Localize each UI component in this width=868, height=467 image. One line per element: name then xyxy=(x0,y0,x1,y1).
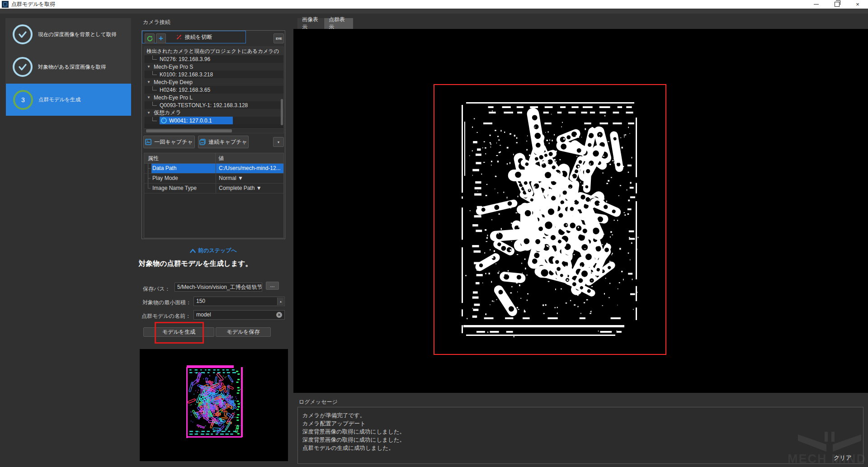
spinner-up-button[interactable]: ▲ xyxy=(278,297,284,306)
save-path-label: 保存パス： xyxy=(143,285,170,293)
log-line: カメラが準備完了です。 xyxy=(302,411,859,420)
property-row-play-mode[interactable]: Play Mode Normal ▼ xyxy=(144,174,283,184)
property-name: Data Path xyxy=(151,164,216,173)
save-model-button[interactable]: モデルを保存 xyxy=(216,327,271,337)
tree-elbow xyxy=(152,102,157,106)
property-value-dropdown[interactable]: Normal ▼ xyxy=(216,174,283,183)
property-name: Play Mode xyxy=(151,174,216,183)
camera-item-h0246[interactable]: H0246: 192.168.3.65 xyxy=(144,86,283,94)
pointcloud-preview-canvas xyxy=(140,349,288,461)
camera-item-w0041-selected[interactable]: W0041: 127.0.0.1 xyxy=(144,117,283,124)
camera-group-deep[interactable]: ▼ Mech-Eye Deep xyxy=(144,78,283,86)
camera-item-label: H0246: 192.168.3.65 xyxy=(160,87,210,93)
property-row-data-path[interactable]: Data Path C:/Users/mech-mind-12... xyxy=(144,164,283,174)
capture-continuous-button[interactable]: 連続キャプチャ xyxy=(198,136,249,148)
log-messages-box[interactable]: カメラが準備完了です。 カメラ配置アップデート 深度背景画像の取得に成功にしまし… xyxy=(297,407,863,464)
refresh-button[interactable] xyxy=(145,33,155,43)
capture-once-button[interactable]: 一回キャプチャ xyxy=(143,136,195,148)
tab-image-view[interactable]: 画像表示 xyxy=(297,18,324,29)
step-2-done-icon xyxy=(13,57,33,77)
camera-connection-panel: + 接続を切断 EYE 検出されたカメラと現在のプロジェクトにあるカメラの N0… xyxy=(142,30,285,239)
eye-label: EYE xyxy=(276,37,282,41)
model-name-label: 点群モデルの名前： xyxy=(142,312,191,320)
broken-link-icon xyxy=(176,34,182,40)
camera-group-pro-l[interactable]: ▼ Mech-Eye Pro L xyxy=(144,94,283,101)
camera-tree[interactable]: 検出されたカメラと現在のプロジェクトにあるカメラの N0276: 192.168… xyxy=(144,47,284,133)
camera-property-table: 属性 値 Data Path C:/Users/mech-mind-12... … xyxy=(144,153,284,238)
tree-horizontal-scrollbar[interactable] xyxy=(144,128,283,133)
property-row-image-name-type[interactable]: Image Name Type Complete Path ▼ xyxy=(144,184,283,193)
capture-once-label: 一回キャプチャ xyxy=(154,138,193,146)
capture-options-dropdown[interactable]: ▼ xyxy=(273,137,284,147)
camera-tree-header: 検出されたカメラと現在のプロジェクトにあるカメラの xyxy=(144,47,283,55)
expander-icon[interactable]: ▼ xyxy=(147,80,151,84)
step-sidebar: 現在の深度画像を背景として取得 対象物がある深度画像を取得 xyxy=(5,18,131,84)
generate-model-button[interactable]: モデルを生成 xyxy=(143,327,214,337)
camera-group-virtual[interactable]: ▼ 仮想カメラ xyxy=(144,109,283,117)
restore-button[interactable] xyxy=(826,0,847,9)
minimize-icon xyxy=(814,4,819,5)
model-name-value: model xyxy=(196,311,211,318)
tree-branch xyxy=(144,164,151,173)
min-area-input[interactable]: 150 ▲ ▼ xyxy=(193,297,285,306)
clear-log-button[interactable]: クリア xyxy=(831,454,854,462)
camera-icon xyxy=(161,118,167,123)
window-controls: × xyxy=(806,0,868,9)
min-area-value: 150 xyxy=(196,298,205,304)
expander-icon[interactable]: ▼ xyxy=(147,111,151,115)
tree-elbow xyxy=(152,71,157,75)
roi-rectangle xyxy=(434,84,666,355)
plus-icon: + xyxy=(159,34,163,43)
spinner-down-button[interactable]: ▼ xyxy=(278,306,284,306)
chevron-up-icon xyxy=(190,249,196,253)
tree-elbow xyxy=(152,56,157,60)
camera-group-label: Mech-Eye Pro L xyxy=(154,94,193,101)
restore-icon xyxy=(835,2,840,7)
camera-group-label: Mech-Eye Pro S xyxy=(154,64,193,70)
minimize-button[interactable] xyxy=(806,0,826,9)
camera-item-k0100[interactable]: K0100: 192.168.3.218 xyxy=(144,71,283,78)
min-area-label: 対象物の最小面積： xyxy=(142,299,191,307)
property-value[interactable]: C:/Users/mech-mind-12... xyxy=(216,164,283,173)
camera-item-label: W0041: 127.0.0.1 xyxy=(169,118,212,124)
property-header-value: 値 xyxy=(216,153,283,163)
step-1[interactable]: 現在の深度画像を背景として取得 xyxy=(5,18,131,51)
previous-step-link[interactable]: 前のステップへ xyxy=(164,247,263,255)
tab-pointcloud-view[interactable]: 点群表示 xyxy=(324,18,353,29)
continuous-capture-icon xyxy=(199,139,206,145)
model-name-input[interactable]: model × xyxy=(193,310,285,320)
capture-continuous-label: 連続キャプチャ xyxy=(208,138,247,146)
add-camera-button[interactable]: + xyxy=(156,33,166,43)
clear-input-icon[interactable]: × xyxy=(276,312,282,318)
log-line: 深度背景画像の取得に成功にしました。 xyxy=(302,436,859,444)
top-strip xyxy=(0,9,868,14)
tree-elbow xyxy=(152,117,157,121)
tree-vertical-scrollbar[interactable] xyxy=(281,99,283,125)
close-button[interactable]: × xyxy=(847,0,868,9)
expander-icon[interactable]: ▼ xyxy=(147,65,151,69)
title-bar: 点群モデルを取得 × xyxy=(0,0,868,9)
step-3-active[interactable]: 3 点群モデルを生成 xyxy=(6,84,131,116)
log-messages-label: ログメッセージ xyxy=(299,398,338,406)
selected-camera-row[interactable]: W0041: 127.0.0.1 xyxy=(160,117,233,124)
property-value-dropdown[interactable]: Complete Path ▼ xyxy=(216,184,283,193)
camera-item-label: K0100: 192.168.3.218 xyxy=(160,71,213,78)
step-1-label: 現在の深度画像を背景として取得 xyxy=(38,31,127,38)
camera-group-pro-s[interactable]: ▼ Mech-Eye Pro S xyxy=(144,63,283,71)
camera-item-n0276[interactable]: N0276: 192.168.3.96 xyxy=(144,55,283,63)
expander-icon[interactable]: ▼ xyxy=(147,95,151,99)
camera-connection-label: カメラ接続 xyxy=(143,19,170,26)
camera-item-q0093[interactable]: Q0093-TESTONLY-1: 192.168.3.128 xyxy=(144,101,283,109)
close-icon: × xyxy=(856,1,859,8)
window-title: 点群モデルを取得 xyxy=(11,0,55,8)
pointcloud-viewport[interactable] xyxy=(293,29,868,393)
log-line: 深度背景画像の取得に成功にしました。 xyxy=(302,428,859,436)
browse-button[interactable]: ... xyxy=(266,282,279,290)
scrollbar-thumb[interactable] xyxy=(146,129,232,132)
step-2[interactable]: 対象物がある深度画像を取得 xyxy=(5,51,131,83)
previous-step-label: 前のステップへ xyxy=(198,247,237,255)
save-path-input[interactable]: 5/Mech-Vision/vision_工博会链轨节 xyxy=(175,283,262,292)
eye-viewer-button[interactable]: EYE xyxy=(274,33,284,43)
log-line: カメラ配置アップデート xyxy=(302,420,859,428)
tree-branch xyxy=(144,174,151,183)
